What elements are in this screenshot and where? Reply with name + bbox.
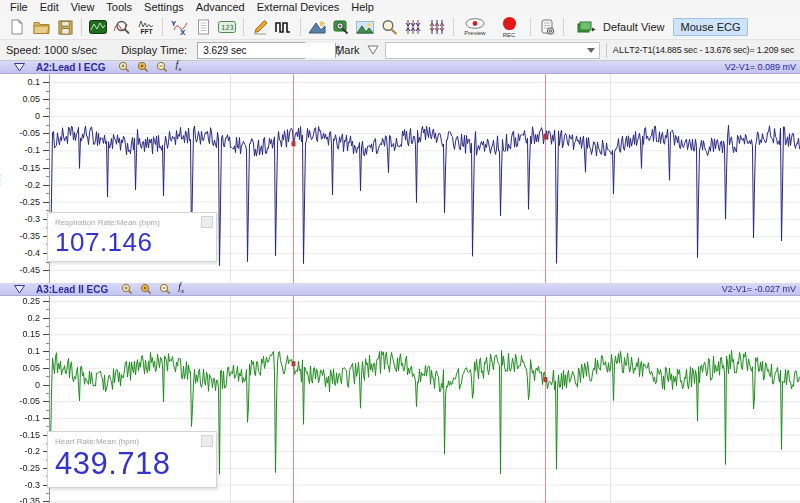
marker-pen-button[interactable] — [248, 16, 272, 38]
menu-help[interactable]: Help — [345, 0, 380, 15]
green-zoom-icon — [333, 20, 350, 35]
channel-a3-plot: mV 0.250.20.150.10.050-0.05-0.1-0.15-0.2… — [0, 296, 800, 503]
save-button[interactable] — [53, 16, 77, 38]
stimulator-button[interactable] — [272, 16, 296, 38]
journal-icon — [197, 19, 210, 35]
channel-a2-y-axis: mV 0.10.050-0.05-0.1-0.15-0.2-0.25-0.3-0… — [0, 74, 50, 283]
views-button[interactable] — [574, 16, 598, 38]
views-group: Default View Mouse ECG — [574, 16, 748, 38]
toolbar: FFT YX 123 Preview REC Default View Mous… — [0, 15, 800, 40]
menu-tools[interactable]: Tools — [100, 0, 138, 15]
autoscale-horizontal-button[interactable] — [305, 16, 329, 38]
counter-icon: 123 — [218, 21, 236, 33]
new-file-button[interactable] — [5, 16, 29, 38]
respiration-rate-measurement-box: Respiration Rate:Mean (bpm) 107.146 — [47, 212, 217, 262]
default-view-label[interactable]: Default View — [603, 21, 665, 33]
mountains-icon — [356, 21, 374, 34]
measurement-options-button[interactable] — [201, 435, 213, 447]
display-time-input[interactable] — [198, 43, 335, 58]
axis-minor-tick — [46, 343, 49, 344]
zoom-out-icon[interactable] — [159, 283, 171, 295]
views-stack-icon — [577, 20, 596, 34]
channel-a3-title[interactable]: A3:Lead II ECG — [36, 284, 108, 295]
axis-minor-tick — [46, 91, 49, 92]
menu-edit[interactable]: Edit — [34, 0, 65, 15]
function-fx-icon[interactable]: fx — [178, 282, 184, 296]
axis-minor-tick — [46, 410, 49, 411]
axis-minor-tick — [46, 326, 49, 327]
channel-collapse-icon[interactable] — [14, 285, 25, 294]
mark-combobox[interactable] — [385, 42, 600, 59]
script-scroll-icon — [539, 18, 555, 36]
display-time-label: Display Time: — [121, 44, 187, 56]
toolbar-separator — [563, 18, 564, 36]
zoom-in-icon[interactable] — [121, 283, 133, 295]
expand-waves-button[interactable] — [425, 16, 449, 38]
measurement-options-button[interactable] — [201, 216, 213, 228]
axis-minor-tick — [46, 125, 49, 126]
measurement-label: Respiration Rate:Mean (bpm) — [55, 218, 209, 227]
zoom-out-icon[interactable] — [156, 61, 168, 73]
menu-settings[interactable]: Settings — [138, 0, 190, 15]
script-button[interactable] — [535, 16, 559, 38]
scope-view-button[interactable] — [86, 16, 110, 38]
mountain-star-icon — [308, 20, 326, 34]
marker-pen-icon — [252, 19, 268, 35]
axis-minor-tick — [46, 393, 49, 394]
axis-minor-tick — [46, 159, 49, 160]
record-button[interactable]: REC — [492, 15, 526, 39]
preview-label: Preview — [464, 30, 485, 36]
counter-button[interactable]: 123 — [215, 16, 239, 38]
toolbar-separator — [453, 18, 454, 36]
journal-button[interactable] — [191, 16, 215, 38]
xy-plot-button[interactable]: YX — [167, 16, 191, 38]
chart-zoom-button[interactable] — [110, 16, 134, 38]
channel-a2-section: A2:Lead I ECG fx V2-V1= 0.089 mV mV 0.10… — [0, 61, 800, 283]
toolbar-separator — [300, 18, 301, 36]
channel-collapse-icon[interactable] — [14, 63, 25, 72]
channel-a3-y-axis: mV 0.250.20.150.10.050-0.05-0.1-0.15-0.2… — [0, 296, 50, 503]
zoom-selection-button[interactable] — [329, 16, 353, 38]
axis-minor-tick — [46, 309, 49, 310]
channel-a3-voltage-delta: V2-V1= -0.027 mV — [722, 284, 796, 294]
zoom-selection-icon[interactable] — [137, 61, 149, 73]
open-file-button[interactable] — [29, 16, 53, 38]
zoom-in-icon[interactable] — [118, 61, 130, 73]
fft-button[interactable]: FFT — [134, 16, 158, 38]
open-folder-icon — [33, 20, 50, 34]
svg-text:123: 123 — [221, 24, 234, 32]
menu-bar: File Edit View Tools Settings Advanced E… — [0, 0, 800, 15]
channel-a2-title[interactable]: A2:Lead I ECG — [36, 62, 105, 73]
axis-minor-tick — [46, 493, 49, 494]
menu-view[interactable]: View — [65, 0, 101, 15]
menu-advanced[interactable]: Advanced — [190, 0, 251, 15]
combo-dropdown-icon[interactable] — [587, 48, 595, 53]
scope-view-icon — [89, 20, 107, 34]
measurement-scope-label[interactable]: ALL — [613, 45, 630, 55]
axis-minor-tick — [46, 142, 49, 143]
autoscale-waveforms-button[interactable] — [353, 16, 377, 38]
rec-label: REC — [503, 32, 516, 38]
preview-button[interactable]: Preview — [458, 15, 492, 39]
axis-minor-tick — [46, 376, 49, 377]
zoom-selection-icon[interactable] — [140, 283, 152, 295]
control-separator — [606, 43, 607, 58]
new-file-icon — [10, 19, 24, 35]
mark-label: Mark — [335, 44, 359, 56]
magnifier-icon — [381, 19, 398, 35]
channel-a3-section: A3:Lead II ECG fx V2-V1= -0.027 mV mV 0.… — [0, 283, 800, 503]
measurement-label: Heart Rate:Mean (bpm) — [55, 437, 209, 446]
axis-minor-tick — [46, 359, 49, 360]
show-all-data-button[interactable] — [377, 16, 401, 38]
svg-text:FFT: FFT — [141, 28, 153, 35]
menu-file[interactable]: File — [4, 0, 34, 15]
expand-waves-icon — [429, 19, 445, 35]
function-fx-icon[interactable]: fx — [175, 60, 181, 74]
preview-eye-icon — [465, 18, 485, 29]
compress-waves-button[interactable] — [401, 16, 425, 38]
marker-flag-icon[interactable] — [367, 45, 379, 55]
acquisition-app-window: File Edit View Tools Settings Advanced E… — [0, 0, 800, 503]
y-axis-unit-label: mV — [0, 393, 2, 407]
menu-external-devices[interactable]: External Devices — [251, 0, 346, 15]
workspace-tab-mouse-ecg[interactable]: Mouse ECG — [673, 18, 749, 36]
